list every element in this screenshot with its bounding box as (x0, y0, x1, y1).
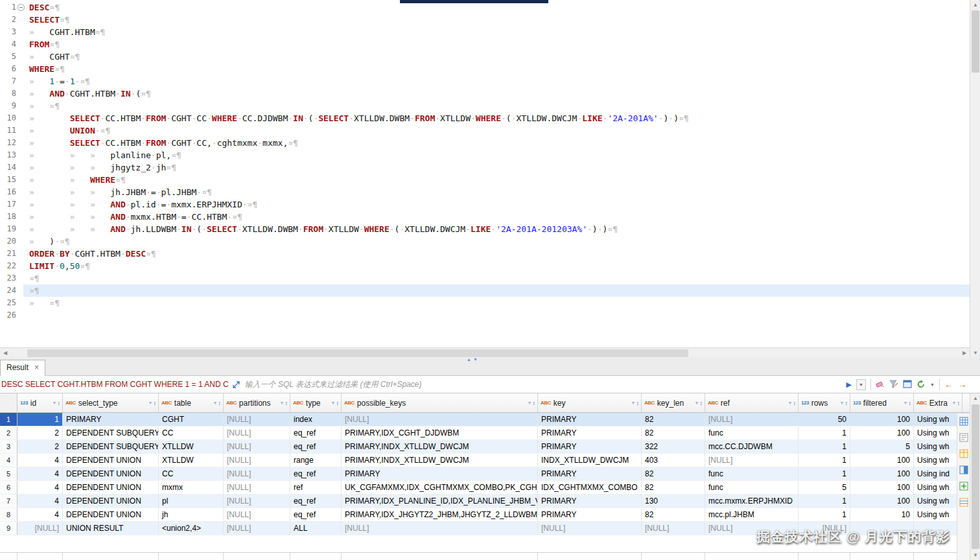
grid-cell-rows[interactable]: 1 (799, 426, 850, 439)
column-header-partitions[interactable]: ABCpartitions▼↕ (224, 393, 290, 412)
grid-cell-id[interactable]: 2 (18, 440, 63, 453)
calc-panel-icon[interactable] (959, 449, 968, 460)
grid-cell-key[interactable]: INDX_XTLLDW_DWCJM (538, 454, 642, 467)
grid-cell-key_len[interactable]: 82 (642, 508, 705, 521)
column-header-possible_keys[interactable]: ABCpossible_keys▼↕ (342, 393, 538, 412)
grid-cell-filtered[interactable]: 100 (850, 413, 914, 426)
clear-filter-icon[interactable] (876, 380, 885, 390)
grid-cell-Extra[interactable]: Using wh (914, 508, 962, 521)
grid-cell-ref[interactable]: func (705, 481, 799, 494)
grid-cell-Extra[interactable]: Using wh (914, 481, 962, 494)
grid-cell-possible_keys[interactable]: PRIMARY,IDX_JHGYTZ2_JHBM,JHGYTZ_2_LLDWBM… (342, 508, 538, 521)
column-header-rows[interactable]: 123rows▼↕ (799, 393, 850, 412)
save-filter-panel-icon[interactable] (903, 380, 912, 390)
grid-cell-table[interactable]: mxmx (159, 481, 224, 494)
grid-cell-select_type[interactable]: DEPENDENT UNION (63, 508, 159, 521)
grid-cell-key[interactable]: PRIMARY (538, 467, 642, 480)
code-line[interactable]: » » » AND·jh.LLDWBM·IN·(·SELECT·XTLLDW.D… (23, 223, 970, 235)
sql-editor[interactable]: 1−23456789101112131415161718192021222324… (0, 0, 970, 347)
grid-cell-possible_keys[interactable]: PRIMARY,INDX_XTLLDW_DWCJM (342, 454, 538, 467)
grid-cell-type[interactable]: index (290, 413, 342, 426)
close-icon[interactable]: × (34, 363, 39, 372)
column-header-filtered[interactable]: 123filtered▼↕ (850, 393, 914, 412)
grid-cell-filtered[interactable]: 5 (850, 440, 914, 453)
filter-query-text[interactable]: DESC SELECT CGHT.HTBM FROM CGHT WHERE 1 … (1, 380, 229, 389)
grid-cell-rows[interactable]: 5 (799, 481, 850, 494)
row-number-cell[interactable]: 4 (0, 454, 18, 467)
column-filter-sort-icon[interactable]: ▼↕ (786, 400, 796, 406)
column-header-key[interactable]: ABCkey▼↕ (538, 393, 642, 412)
editor-vscroll-thumb[interactable] (972, 10, 979, 73)
apply-filter-icon[interactable]: ▶ (846, 381, 852, 388)
grid-cell-select_type[interactable]: UNION RESULT (63, 522, 159, 535)
row-number-cell[interactable]: 1 (0, 413, 18, 426)
scroll-down-icon[interactable]: ▼ (970, 348, 980, 358)
grid-cell-table[interactable]: <union2,4> (159, 522, 224, 535)
column-header-key_len[interactable]: ABCkey_len▼↕ (642, 393, 705, 412)
grid-cell-key_len[interactable]: 403 (642, 454, 705, 467)
editor-horizontal-scrollbar[interactable]: ◀ ▶ (0, 347, 970, 358)
column-header-id[interactable]: 123id▼↕ (18, 393, 63, 412)
grid-cell-id[interactable]: 4 (18, 454, 63, 467)
grid-cell-ref[interactable]: func (705, 467, 799, 480)
grid-cell-table[interactable]: XTLLDW (159, 454, 224, 467)
grid-cell-type[interactable]: eq_ref (290, 440, 342, 453)
pane-splitter-handle[interactable]: ▲▼ (467, 357, 480, 362)
column-header-Extra[interactable]: ABCExtra▼↕ (914, 393, 962, 412)
column-filter-sort-icon[interactable]: ▼↕ (901, 400, 911, 406)
grid-cell-key[interactable]: IDX_CGHTMXMX_COMBO (538, 481, 642, 494)
code-line[interactable]: » » » AND·pl.id·=·mxmx.ERPJHMXID·¤¶ (23, 198, 970, 211)
grid-cell-partitions[interactable]: [NULL] (224, 440, 290, 453)
grid-cell-possible_keys[interactable]: [NULL] (342, 413, 538, 426)
previous-result-icon[interactable]: ← (944, 379, 953, 390)
grid-cell-select_type[interactable]: DEPENDENT UNION (63, 467, 159, 480)
grid-cell-key_len[interactable]: 82 (642, 467, 705, 480)
grid-cell-ref[interactable]: mcc.mxmx.ERPJHMXID (705, 495, 799, 508)
grid-cell-key_len[interactable]: 82 (642, 413, 705, 426)
column-filter-sort-icon[interactable]: ▼↕ (146, 400, 156, 406)
row-number-cell[interactable]: 5 (0, 467, 18, 480)
code-line[interactable]: » » » planline·pl,¤¶ (23, 149, 970, 161)
grid-cell-Extra[interactable]: Using wh (914, 454, 962, 467)
metadata-panel-icon[interactable] (959, 482, 968, 493)
grid-cell-possible_keys[interactable]: [NULL] (342, 522, 538, 535)
grid-cell-rows[interactable]: 1 (799, 495, 850, 508)
grid-cell-type[interactable]: range (290, 454, 342, 467)
column-filter-sort-icon[interactable]: ▼↕ (837, 400, 848, 406)
value-viewer-icon[interactable] (959, 465, 968, 476)
grid-cell-table[interactable]: jh (159, 508, 224, 521)
grid-cell-filtered[interactable]: 10 (850, 508, 914, 521)
column-filter-sort-icon[interactable]: ▼↕ (211, 400, 221, 406)
editor-code[interactable]: DESC¤¶SELECT¤¶» CGHT.HTBM¤¶FROM¤¶» CGHT¤… (23, 1, 970, 321)
column-filter-sort-icon[interactable]: ▼↕ (50, 400, 60, 406)
grid-cell-table[interactable]: pl (159, 495, 224, 508)
code-line[interactable]: » » WHERE¤¶ (23, 174, 970, 186)
grid-corner-cell[interactable] (0, 393, 18, 412)
grid-cell-partitions[interactable]: [NULL] (224, 454, 290, 467)
code-line[interactable]: » 1·=·1·¤¶ (23, 75, 970, 88)
grid-cell-type[interactable]: eq_ref (290, 495, 342, 508)
grid-cell-rows[interactable]: 1 (799, 508, 850, 521)
column-header-select_type[interactable]: ABCselect_type▼↕ (63, 393, 159, 412)
grid-cell-select_type[interactable]: PRIMARY (63, 413, 159, 426)
grid-cell-filtered[interactable]: 100 (850, 481, 914, 494)
column-header-table[interactable]: ABCtable▼↕ (159, 393, 224, 412)
grid-cell-id[interactable]: 4 (18, 467, 63, 480)
grid-cell-possible_keys[interactable]: PRIMARY,IDX_PLANLINE_ID,IDX_PLANLINE_JHB… (342, 495, 538, 508)
grid-cell-type[interactable]: ref (290, 481, 342, 494)
grid-cell-Extra[interactable]: Using wh (914, 495, 962, 508)
grid-cell-Extra[interactable]: Using wh (914, 413, 962, 426)
grid-cell-key_len[interactable]: 130 (642, 495, 705, 508)
grid-cell-filtered[interactable]: 100 (850, 454, 914, 467)
grid-cell-select_type[interactable]: DEPENDENT UNION (63, 481, 159, 494)
grid-cell-partitions[interactable]: [NULL] (224, 522, 290, 535)
grid-cell-table[interactable]: CC (159, 426, 224, 439)
grid-cell-ref[interactable]: func (705, 426, 799, 439)
grid-cell-type[interactable]: ALL (290, 522, 342, 535)
grid-cell-select_type[interactable]: DEPENDENT UNION (63, 495, 159, 508)
code-line[interactable]: » UNION·¤¶ (23, 124, 970, 137)
grid-cell-partitions[interactable]: [NULL] (224, 481, 290, 494)
next-result-icon[interactable]: → (958, 379, 967, 390)
code-line-current[interactable]: ¤¶ (23, 285, 970, 297)
grid-cell-select_type[interactable]: DEPENDENT SUBQUERY (63, 426, 159, 439)
